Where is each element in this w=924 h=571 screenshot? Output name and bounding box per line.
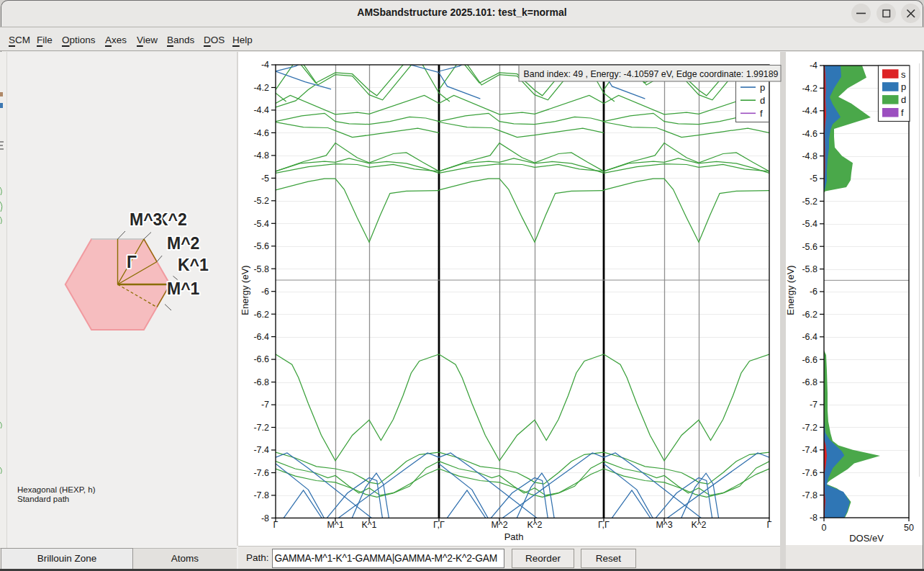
svg-text:Γ: Γ — [127, 253, 137, 271]
svg-text:M^2: M^2 — [167, 234, 199, 253]
svg-text:K^1: K^1 — [178, 256, 209, 274]
svg-text:-5.4: -5.4 — [253, 219, 269, 229]
svg-text:K^1: K^1 — [361, 520, 376, 530]
svg-text:Path: Path — [504, 531, 524, 542]
svg-text:f: f — [901, 107, 904, 118]
svg-text:-6.4: -6.4 — [802, 332, 817, 342]
svg-text:Band index: 49 , Energy: -4.10: Band index: 49 , Energy: -4.10597 eV, Ed… — [524, 68, 779, 79]
svg-text:-4.6: -4.6 — [802, 129, 817, 139]
svg-text:-7.4: -7.4 — [253, 445, 269, 455]
svg-text:-4.8: -4.8 — [802, 151, 817, 161]
svg-text:-6.4: -6.4 — [253, 332, 269, 342]
svg-text:-6.6: -6.6 — [802, 355, 817, 365]
svg-text:Γ,Γ: Γ,Γ — [433, 520, 445, 530]
svg-text:-4.2: -4.2 — [253, 83, 269, 93]
svg-text:-7.6: -7.6 — [253, 468, 269, 478]
svg-text:-5.6: -5.6 — [802, 242, 817, 252]
svg-text:-6.2: -6.2 — [802, 310, 817, 320]
svg-text:50: 50 — [904, 523, 914, 533]
svg-text:0: 0 — [822, 523, 827, 533]
svg-text:-6: -6 — [810, 287, 817, 297]
svg-text:-7.6: -7.6 — [802, 468, 817, 478]
svg-text:-7: -7 — [810, 400, 817, 410]
svg-text:-5: -5 — [261, 174, 269, 184]
svg-text:-7.8: -7.8 — [253, 490, 269, 500]
svg-text:Γ,Γ: Γ,Γ — [598, 520, 610, 530]
svg-text:Energy (eV): Energy (eV) — [240, 265, 250, 315]
svg-text:-8: -8 — [810, 513, 817, 523]
svg-text:-5.8: -5.8 — [802, 264, 817, 274]
svg-text:K^2: K^2 — [527, 520, 542, 530]
svg-text:-6.8: -6.8 — [802, 377, 817, 387]
svg-text:s: s — [901, 69, 906, 80]
svg-text:DOS/eV: DOS/eV — [849, 533, 884, 544]
svg-text:-6.6: -6.6 — [253, 354, 269, 364]
svg-text:-7.4: -7.4 — [802, 445, 817, 455]
svg-text:-4.6: -4.6 — [253, 128, 269, 138]
svg-text:M^2: M^2 — [491, 520, 507, 530]
svg-text:p: p — [901, 81, 906, 92]
svg-text:Γ: Γ — [767, 520, 772, 530]
svg-text:-6: -6 — [261, 287, 269, 297]
svg-text:-4: -4 — [810, 60, 817, 71]
svg-text:-5: -5 — [810, 174, 817, 184]
svg-text:M^1: M^1 — [167, 279, 200, 298]
svg-text:-5.2: -5.2 — [802, 197, 817, 207]
svg-text:-7.8: -7.8 — [802, 490, 817, 500]
svg-text:-5.4: -5.4 — [802, 219, 817, 229]
svg-text:-7.2: -7.2 — [802, 423, 817, 433]
svg-text:f: f — [760, 108, 763, 119]
svg-text:-7.2: -7.2 — [253, 423, 269, 433]
svg-text:-4.4: -4.4 — [802, 106, 817, 116]
svg-text:-4: -4 — [261, 60, 269, 70]
svg-text:-4.4: -4.4 — [253, 105, 269, 115]
svg-text:-5.2: -5.2 — [253, 196, 269, 206]
svg-text:Γ: Γ — [273, 520, 278, 530]
svg-text:-5.8: -5.8 — [253, 264, 269, 274]
svg-text:-6.2: -6.2 — [253, 310, 269, 320]
svg-text:Energy (eV): Energy (eV) — [785, 265, 796, 315]
svg-text:-8: -8 — [261, 513, 269, 523]
svg-text:-7: -7 — [261, 400, 269, 410]
svg-text:-6.8: -6.8 — [253, 377, 269, 387]
svg-text:M^3: M^3 — [130, 210, 162, 229]
svg-text:-4.8: -4.8 — [253, 150, 269, 161]
svg-text:p: p — [760, 82, 765, 93]
svg-text:-4.2: -4.2 — [802, 84, 817, 94]
svg-text:-5.6: -5.6 — [253, 241, 269, 251]
svg-text:M^3: M^3 — [656, 520, 672, 530]
svg-text:K^2: K^2 — [691, 520, 706, 530]
svg-text:d: d — [901, 94, 906, 105]
svg-text:M^1: M^1 — [327, 520, 343, 530]
svg-text:d: d — [760, 95, 765, 106]
